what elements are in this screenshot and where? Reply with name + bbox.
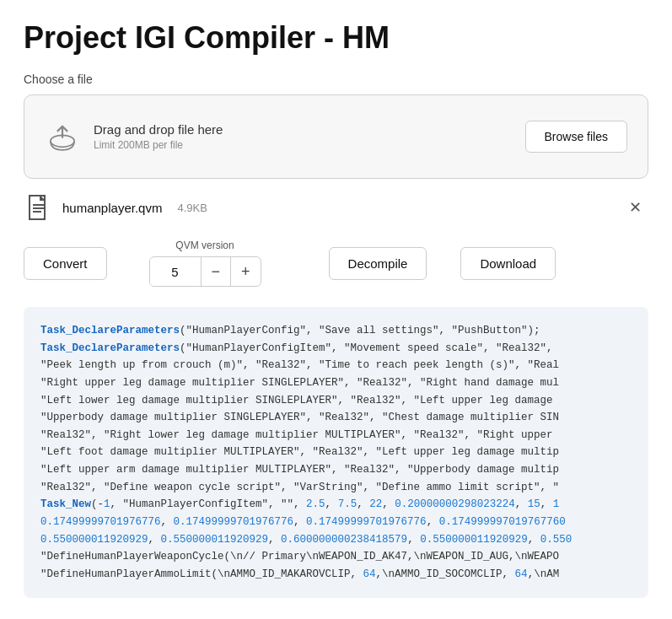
remove-file-button[interactable]: ✕ [624, 196, 647, 218]
file-name: humanplayer.qvm [62, 201, 162, 215]
convert-button[interactable]: Convert [24, 247, 107, 280]
qvm-version-stepper: 5 − + [149, 256, 261, 287]
browse-files-button[interactable]: Browse files [525, 121, 627, 153]
upload-icon [45, 119, 80, 154]
stepper-decrement-button[interactable]: − [201, 257, 231, 286]
choose-file-label: Choose a file [24, 73, 648, 86]
dropzone-sub-text: Limit 200MB per file [94, 139, 223, 151]
download-button[interactable]: Download [460, 247, 556, 280]
dropzone: Drag and drop file here Limit 200MB per … [24, 94, 648, 179]
file-row: humanplayer.qvm 4.9KB ✕ [24, 194, 648, 221]
file-size: 4.9KB [177, 202, 207, 214]
dropzone-main-text: Drag and drop file here [94, 122, 223, 137]
qvm-version-value: 5 [150, 258, 201, 286]
file-icon [25, 194, 52, 221]
qvm-version-label: QVM version [175, 240, 234, 251]
code-output: Task_DeclareParameters("HumanPlayerConfi… [24, 307, 648, 598]
decompile-button[interactable]: Decompile [329, 247, 427, 280]
actions-row: Convert QVM version 5 − + Decompile Down… [24, 240, 648, 287]
stepper-increment-button[interactable]: + [230, 257, 261, 286]
page-title: Project IGI Compiler - HM [24, 20, 648, 56]
qvm-version-group: QVM version 5 − + [149, 240, 261, 287]
